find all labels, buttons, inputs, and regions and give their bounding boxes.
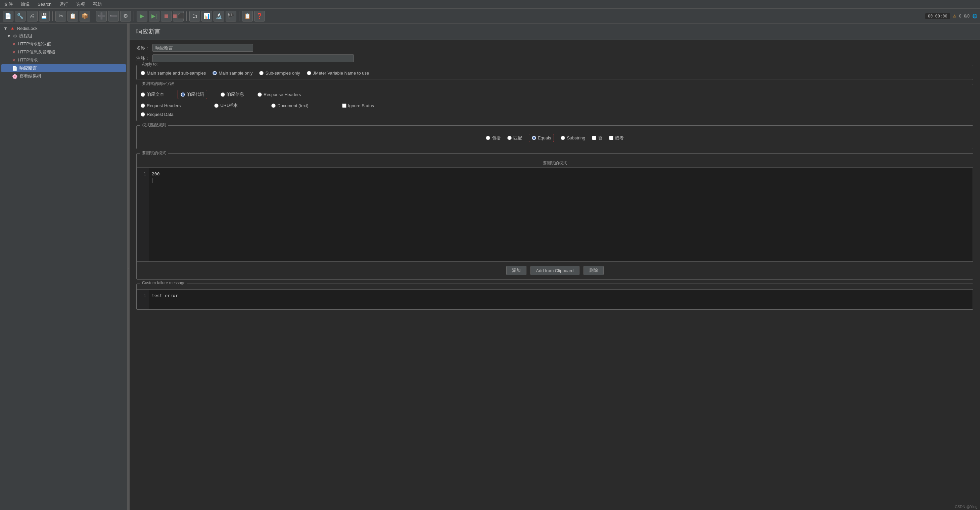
toolbar-cut-btn[interactable]: ✂ xyxy=(56,11,66,21)
toolbar-copy-btn[interactable]: 📋 xyxy=(67,11,78,21)
field-document-text[interactable]: Document (text) xyxy=(271,103,308,108)
toolbar-new-btn[interactable]: 📄 xyxy=(3,11,13,21)
field-response-code[interactable]: 响应代码 xyxy=(178,90,207,99)
field-response-text[interactable]: 响应文本 xyxy=(141,91,164,97)
pattern-not-checkbox[interactable] xyxy=(592,136,596,140)
form-area: 名称： 注释： Apply to: Main sample and sub-sa… xyxy=(130,40,980,318)
code-content-area[interactable]: 200 xyxy=(149,168,973,261)
sidebar-item-results-tree-label: 察看结果树 xyxy=(19,73,41,79)
name-input[interactable] xyxy=(153,44,253,52)
field-response-message-radio[interactable] xyxy=(221,92,225,97)
apply-jmeter-var[interactable]: JMeter Variable Name to use xyxy=(307,70,369,76)
sidebar-item-results-tree[interactable]: 🌸 察看结果树 xyxy=(2,72,126,80)
toolbar-paste-btn[interactable]: 📦 xyxy=(80,11,90,21)
apply-sub-only[interactable]: Sub-samples only xyxy=(259,70,300,76)
toolbar-remove-btn[interactable]: ➖ xyxy=(108,11,119,21)
field-response-headers-radio[interactable] xyxy=(258,92,262,97)
toolbar-template-btn[interactable]: 🔧 xyxy=(15,11,25,21)
page-title: 响应断言 xyxy=(130,24,980,40)
toolbar-help-btn[interactable]: ❓ xyxy=(254,11,265,21)
toolbar-save-btn[interactable]: 💾 xyxy=(39,11,50,21)
sidebar-item-http-default[interactable]: ✕ HTTP请求默认值 xyxy=(2,40,126,48)
watermark: CSDN @Ying xyxy=(955,505,977,508)
field-ignore-status[interactable]: Ignore Status xyxy=(342,103,374,108)
field-response-message-label: 响应信息 xyxy=(227,91,244,97)
field-request-headers-radio[interactable] xyxy=(141,104,145,108)
apply-main-only[interactable]: Main sample only xyxy=(213,70,253,76)
apply-main-only-radio[interactable] xyxy=(213,71,217,75)
pattern-contains[interactable]: 包括 xyxy=(486,135,501,141)
field-ignore-status-label: Ignore Status xyxy=(348,103,374,108)
failure-code-content[interactable]: test error xyxy=(149,290,973,309)
field-url-sample-radio[interactable] xyxy=(214,104,219,108)
field-response-code-radio[interactable] xyxy=(181,92,185,97)
field-request-headers[interactable]: Request Headers xyxy=(141,103,181,108)
field-response-message[interactable]: 响应信息 xyxy=(221,91,244,97)
menu-help[interactable]: 帮助 xyxy=(92,1,103,8)
toolbar-stopnow-btn[interactable]: ⏹⬛ xyxy=(173,11,184,21)
content-area: 响应断言 名称： 注释： Apply to: Main sam xyxy=(130,24,980,510)
menu-options[interactable]: 选项 xyxy=(75,1,86,8)
field-response-text-label: 响应文本 xyxy=(147,91,164,97)
toolbar-start-nopause-btn[interactable]: ▶| xyxy=(149,11,159,21)
sidebar-item-http-request[interactable]: ✕ HTTP请求 xyxy=(2,56,126,64)
field-document-text-radio[interactable] xyxy=(271,104,276,108)
toolbar-stop-btn[interactable]: ⏹ xyxy=(161,11,172,21)
http-default-icon: ✕ xyxy=(12,41,16,47)
apply-to-title: Apply to: xyxy=(140,62,160,67)
toolbar-list-btn[interactable]: 📋 xyxy=(242,11,253,21)
delete-pattern-btn[interactable]: 删除 xyxy=(584,266,604,275)
field-response-code-label: 响应代码 xyxy=(187,91,204,97)
toolbar-flag-btn[interactable]: 🏴 xyxy=(226,11,236,21)
comment-row: 注释： xyxy=(136,54,973,62)
toolbar-time: 00:00:00 xyxy=(925,13,950,19)
apply-sub-only-radio[interactable] xyxy=(259,71,264,75)
test-patterns-section: 要测试的模式 要测试的模式 1 200 添加 Add xyxy=(136,153,973,279)
menu-edit[interactable]: 编辑 xyxy=(19,1,31,8)
pattern-substring-label: Substring xyxy=(567,135,585,140)
field-response-text-radio[interactable] xyxy=(141,92,145,97)
sidebar-item-http-header[interactable]: ✕ HTTP信息头管理器 xyxy=(2,48,126,56)
menu-run[interactable]: 运行 xyxy=(58,1,70,8)
pattern-substring-radio[interactable] xyxy=(561,136,565,140)
apply-jmeter-var-radio[interactable] xyxy=(307,71,311,75)
pattern-contains-radio[interactable] xyxy=(486,136,490,140)
field-url-sample[interactable]: URL样本 xyxy=(214,102,238,108)
field-ignore-status-checkbox[interactable] xyxy=(342,104,347,108)
toolbar-add-btn[interactable]: ➕ xyxy=(96,11,107,21)
toolbar-remote-btn[interactable]: 🔬 xyxy=(213,11,224,21)
menu-search[interactable]: Search xyxy=(36,1,53,7)
add-clipboard-btn[interactable]: Add from Clipboard xyxy=(530,266,579,275)
sidebar-item-thread-group[interactable]: ▼ ⚙ 线程组 xyxy=(2,32,126,40)
apply-jmeter-var-label: JMeter Variable Name to use xyxy=(313,70,369,76)
add-pattern-btn[interactable]: 添加 xyxy=(506,266,527,275)
apply-main-sub-label: Main sample and sub-samples xyxy=(147,70,206,76)
pattern-equals[interactable]: Equals xyxy=(529,134,554,142)
toolbar-report-btn[interactable]: 📊 xyxy=(201,11,212,21)
field-request-data[interactable]: Request Data xyxy=(141,112,173,117)
sidebar-item-http-header-label: HTTP信息头管理器 xyxy=(18,49,56,55)
pattern-or[interactable]: 或者 xyxy=(609,135,624,141)
field-request-data-radio[interactable] xyxy=(141,112,145,116)
toolbar-clear-btn[interactable]: 🗂 xyxy=(189,11,200,21)
apply-main-sub-radio[interactable] xyxy=(141,71,145,75)
pattern-not[interactable]: 否 xyxy=(592,135,602,141)
menu-file[interactable]: 文件 xyxy=(3,1,14,8)
toolbar-config-btn[interactable]: ⚙ xyxy=(120,11,131,21)
toolbar-start-btn[interactable]: ▶ xyxy=(137,11,147,21)
pattern-equals-radio[interactable] xyxy=(532,136,536,140)
comment-input[interactable] xyxy=(153,54,354,62)
pattern-matches[interactable]: 匹配 xyxy=(507,135,522,141)
toolbar-print-btn[interactable]: 🖨 xyxy=(27,11,38,21)
sidebar-item-response-assertion[interactable]: 📄 响应断言 xyxy=(2,64,126,72)
sidebar-item-redislock[interactable]: ▼ 🔺 RedisLock xyxy=(2,25,126,32)
pattern-contains-label: 包括 xyxy=(492,135,501,141)
http-request-icon: ✕ xyxy=(12,58,16,63)
pattern-matches-radio[interactable] xyxy=(507,136,512,140)
response-fields-row1: 响应文本 响应代码 响应信息 Response Headers xyxy=(141,90,969,99)
apply-main-sub[interactable]: Main sample and sub-samples xyxy=(141,70,206,76)
toolbar-sep-5 xyxy=(239,11,239,21)
pattern-substring[interactable]: Substring xyxy=(561,135,585,140)
field-response-headers[interactable]: Response Headers xyxy=(258,92,301,97)
pattern-or-checkbox[interactable] xyxy=(609,136,613,140)
